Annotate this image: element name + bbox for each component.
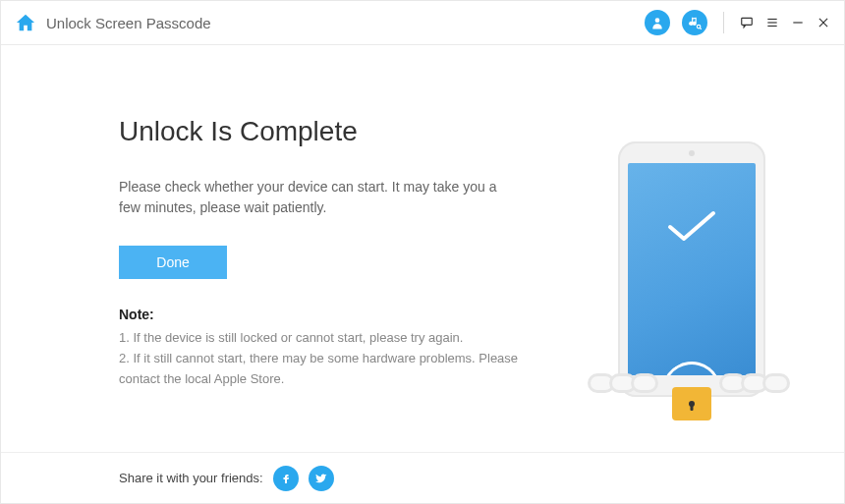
music-search-icon[interactable] — [682, 10, 707, 35]
home-icon[interactable] — [15, 13, 36, 32]
svg-rect-3 — [742, 18, 753, 25]
description-text: Please check whether your device can sta… — [119, 177, 502, 218]
account-icon[interactable] — [645, 10, 670, 35]
svg-line-2 — [700, 28, 702, 29]
twitter-icon[interactable] — [309, 466, 334, 491]
phone-graphic — [618, 141, 765, 397]
phone-screen — [628, 163, 756, 375]
arc-decoration — [651, 351, 732, 375]
header-actions — [645, 10, 830, 35]
share-label: Share it with your friends: — [119, 471, 263, 485]
minimize-icon[interactable] — [791, 16, 805, 29]
note-list: 1. If the device is still locked or cann… — [119, 328, 522, 389]
lock-icon — [672, 387, 711, 420]
svg-point-0 — [655, 18, 660, 23]
checkmark-icon — [662, 207, 721, 247]
titlebar: Unlock Screen Passcode — [1, 1, 844, 45]
note-item: 2. If it still cannot start, there may b… — [119, 349, 522, 390]
main-content: Unlock Is Complete Please check whether … — [1, 45, 844, 452]
done-button[interactable]: Done — [119, 246, 227, 279]
close-icon[interactable] — [817, 16, 830, 29]
menu-icon[interactable] — [765, 15, 779, 30]
facebook-icon[interactable] — [273, 466, 299, 491]
note-item: 1. If the device is still locked or cann… — [119, 328, 522, 349]
device-illustration — [598, 141, 785, 436]
footer: Share it with your friends: — [1, 452, 844, 503]
divider — [723, 12, 724, 33]
feedback-icon[interactable] — [740, 15, 754, 30]
window-title: Unlock Screen Passcode — [46, 15, 211, 31]
